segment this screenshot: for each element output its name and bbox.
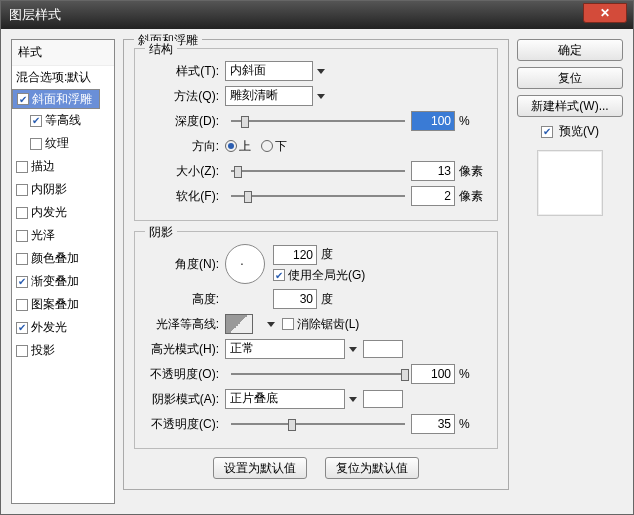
highlight-color[interactable] [363, 340, 403, 358]
direction-up-radio[interactable] [225, 140, 237, 152]
checkbox-icon[interactable] [16, 322, 28, 334]
group-structure: 结构 样式(T):内斜面 方法(Q):雕刻清晰 深度(D):100% 方向:上 … [134, 48, 498, 221]
style-label: 样式(T): [145, 63, 225, 80]
sidebar-item-stroke[interactable]: 描边 [12, 155, 114, 178]
angle-label: 角度(N): [145, 256, 225, 273]
direction-down-radio[interactable] [261, 140, 273, 152]
style-select[interactable]: 内斜面 [225, 61, 313, 81]
antialias-checkbox[interactable] [282, 318, 294, 330]
method-select[interactable]: 雕刻清晰 [225, 86, 313, 106]
sidebar-item-contour[interactable]: 等高线 [12, 109, 114, 132]
chevron-down-icon[interactable] [317, 94, 325, 99]
checkbox-icon[interactable] [16, 276, 28, 288]
chevron-down-icon[interactable] [349, 397, 357, 402]
section-bevel: 斜面和浮雕 结构 样式(T):内斜面 方法(Q):雕刻清晰 深度(D):100%… [123, 39, 509, 490]
sidebar-blend-options[interactable]: 混合选项:默认 [12, 66, 114, 89]
depth-label: 深度(D): [145, 113, 225, 130]
soften-label: 软化(F): [145, 188, 225, 205]
altitude-input[interactable]: 30 [273, 289, 317, 309]
sidebar-item-satin[interactable]: 光泽 [12, 224, 114, 247]
action-column: 确定 复位 新建样式(W)... 预览(V) [517, 39, 623, 504]
sidebar-item-bevel[interactable]: 斜面和浮雕 [12, 89, 100, 109]
shadow-mode-label: 阴影模式(A): [145, 391, 225, 408]
sidebar-item-outer-glow[interactable]: 外发光 [12, 316, 114, 339]
preview-checkbox[interactable] [541, 126, 553, 138]
cancel-button[interactable]: 复位 [517, 67, 623, 89]
chevron-down-icon[interactable] [349, 347, 357, 352]
shadow-opacity-slider[interactable] [231, 414, 405, 434]
new-style-button[interactable]: 新建样式(W)... [517, 95, 623, 117]
group-legend: 阴影 [145, 224, 177, 241]
titlebar[interactable]: 图层样式 ✕ [1, 1, 633, 29]
preview-label: 预览(V) [559, 123, 599, 140]
close-button[interactable]: ✕ [583, 3, 627, 23]
ok-button[interactable]: 确定 [517, 39, 623, 61]
highlight-opacity-input[interactable]: 100 [411, 364, 455, 384]
sidebar-item-gradient-overlay[interactable]: 渐变叠加 [12, 270, 114, 293]
size-label: 大小(Z): [145, 163, 225, 180]
window-title: 图层样式 [9, 6, 61, 24]
sidebar-item-inner-shadow[interactable]: 内阴影 [12, 178, 114, 201]
checkbox-icon[interactable] [16, 184, 28, 196]
shadow-mode-select[interactable]: 正片叠底 [225, 389, 345, 409]
sidebar-item-inner-glow[interactable]: 内发光 [12, 201, 114, 224]
sidebar-header: 样式 [12, 40, 114, 66]
shadow-opacity-label: 不透明度(C): [145, 416, 225, 433]
set-default-button[interactable]: 设置为默认值 [213, 457, 307, 479]
checkbox-icon[interactable] [30, 138, 42, 150]
highlight-opacity-label: 不透明度(O): [145, 366, 225, 383]
styles-sidebar: 样式 混合选项:默认 斜面和浮雕 等高线 纹理 描边 内阴影 内发光 光泽 颜色… [11, 39, 115, 504]
settings-panel: 斜面和浮雕 结构 样式(T):内斜面 方法(Q):雕刻清晰 深度(D):100%… [123, 39, 509, 504]
depth-slider[interactable] [231, 111, 405, 131]
contour-picker[interactable] [225, 314, 253, 334]
checkbox-icon[interactable] [17, 93, 29, 105]
angle-dial[interactable] [225, 244, 265, 284]
altitude-label: 高度: [145, 291, 225, 308]
highlight-mode-label: 高光模式(H): [145, 341, 225, 358]
checkbox-icon[interactable] [16, 299, 28, 311]
highlight-mode-select[interactable]: 正常 [225, 339, 345, 359]
checkbox-icon[interactable] [16, 230, 28, 242]
checkbox-icon[interactable] [30, 115, 42, 127]
soften-input[interactable]: 2 [411, 186, 455, 206]
checkbox-icon[interactable] [16, 345, 28, 357]
chevron-down-icon[interactable] [317, 69, 325, 74]
layer-style-dialog: 图层样式 ✕ 样式 混合选项:默认 斜面和浮雕 等高线 纹理 描边 内阴影 内发… [0, 0, 634, 515]
group-legend: 结构 [145, 41, 177, 58]
contour-label: 光泽等高线: [145, 316, 225, 333]
depth-input[interactable]: 100 [411, 111, 455, 131]
sidebar-item-pattern-overlay[interactable]: 图案叠加 [12, 293, 114, 316]
reset-default-button[interactable]: 复位为默认值 [325, 457, 419, 479]
checkbox-icon[interactable] [16, 253, 28, 265]
angle-input[interactable]: 120 [273, 245, 317, 265]
shadow-opacity-input[interactable]: 35 [411, 414, 455, 434]
size-input[interactable]: 13 [411, 161, 455, 181]
soften-slider[interactable] [231, 186, 405, 206]
shadow-color[interactable] [363, 390, 403, 408]
sidebar-item-color-overlay[interactable]: 颜色叠加 [12, 247, 114, 270]
highlight-opacity-slider[interactable] [231, 364, 405, 384]
sidebar-item-texture[interactable]: 纹理 [12, 132, 114, 155]
preview-swatch [537, 150, 603, 216]
group-shadow: 阴影 角度(N):120度使用全局光(G) 高度:30度 光泽等高线: 消除锯齿… [134, 231, 498, 449]
checkbox-icon[interactable] [16, 161, 28, 173]
chevron-down-icon[interactable] [267, 322, 275, 327]
global-light-checkbox[interactable] [273, 269, 285, 281]
size-slider[interactable] [231, 161, 405, 181]
sidebar-item-drop-shadow[interactable]: 投影 [12, 339, 114, 362]
direction-label: 方向: [145, 138, 225, 155]
method-label: 方法(Q): [145, 88, 225, 105]
checkbox-icon[interactable] [16, 207, 28, 219]
